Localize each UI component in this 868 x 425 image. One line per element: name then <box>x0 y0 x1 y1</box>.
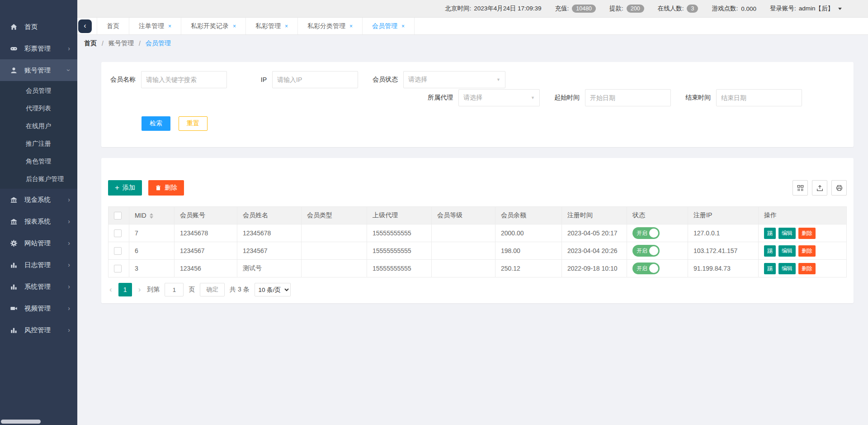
sort-icon[interactable] <box>150 213 153 219</box>
sidebar-subitem-member[interactable]: 会员管理 <box>0 82 77 100</box>
close-icon[interactable]: × <box>349 23 353 29</box>
cell-mid: 3 <box>129 260 175 277</box>
sidebar-subitem-promo-register[interactable]: 推广注册 <box>0 135 77 153</box>
row-action-kick[interactable]: 踢 <box>764 263 776 274</box>
sidebar-item-logs[interactable]: 日志管理› <box>0 254 77 276</box>
sidebar-item-video[interactable]: 视频管理› <box>0 297 77 319</box>
sidebar-subitem-backend-accounts[interactable]: 后台账户管理 <box>0 170 77 188</box>
row-action-edit[interactable]: 编辑 <box>778 245 796 257</box>
row-select-cell <box>108 224 129 242</box>
select-all-checkbox[interactable] <box>114 212 122 220</box>
current-page-button[interactable]: 1 <box>118 283 132 296</box>
sidebar-subitem-agent-list[interactable]: 代理列表 <box>0 100 77 117</box>
prev-page-button[interactable]: ‹ <box>108 285 113 294</box>
tab-label: 私彩开奖记录 <box>191 22 229 30</box>
row-action-kick[interactable]: 踢 <box>764 228 776 239</box>
sidebar-item-lottery[interactable]: 彩票管理› <box>0 38 77 59</box>
close-icon[interactable]: × <box>233 23 236 29</box>
field-agent: 所属代理请选择▼ <box>427 89 540 106</box>
row-action-edit[interactable]: 编辑 <box>778 263 796 274</box>
row-action-edit[interactable]: 编辑 <box>778 228 796 239</box>
col-type: 会员类型 <box>302 207 367 224</box>
user-icon <box>10 67 18 74</box>
delete-button[interactable]: 删除 <box>148 180 184 196</box>
sidebar-item-label: 账号管理 <box>24 66 68 75</box>
per-page-select[interactable]: 10 条/页 <box>255 283 291 296</box>
horizontal-scrollbar-thumb[interactable] <box>1 420 41 424</box>
tab-label: 首页 <box>107 22 119 30</box>
breadcrumb-item[interactable]: 账号管理 <box>108 39 134 48</box>
sidebar-item-system[interactable]: 系统管理› <box>0 276 77 297</box>
sidebar-item-home[interactable]: 首页 <box>0 16 77 38</box>
field-select-member-status[interactable]: 请选择▼ <box>403 71 505 88</box>
confirm-page-button[interactable]: 确定 <box>200 283 225 296</box>
tab-bar: ‹ 首页注单管理×私彩开奖记录×私彩管理×私彩分类管理×会员管理× <box>77 18 868 35</box>
sidebar-item-risk[interactable]: 风控管理› <box>0 319 77 341</box>
tab-lottery-manage[interactable]: 私彩管理× <box>246 18 298 34</box>
status-toggle[interactable]: 开启 <box>632 227 660 239</box>
row-action-delete[interactable]: 删除 <box>798 245 816 257</box>
cell-name: 12345678 <box>237 224 302 242</box>
cell-account: 12345678 <box>175 224 237 242</box>
goto-page-input[interactable] <box>165 283 184 296</box>
tab-orders[interactable]: 注单管理× <box>129 18 181 34</box>
time-label: 北京时间: <box>445 5 471 13</box>
close-icon[interactable]: × <box>285 23 288 29</box>
trash-icon <box>155 185 161 191</box>
row-action-kick[interactable]: 踢 <box>764 245 776 257</box>
chevron-right-icon: › <box>68 218 70 224</box>
reset-button[interactable]: 重置 <box>179 116 208 131</box>
row-action-delete[interactable]: 删除 <box>798 228 816 239</box>
chevron-down-icon: ▼ <box>496 77 500 82</box>
toggle-label: 开启 <box>637 229 647 237</box>
tab-lottery-category[interactable]: 私彩分类管理× <box>298 18 363 34</box>
table-tools <box>793 180 847 196</box>
add-button[interactable]: + 添加 <box>108 180 142 196</box>
field-input-start-time[interactable] <box>585 89 671 106</box>
cell-reg-ip: 103.172.41.157 <box>688 242 759 260</box>
col-reg-time: 注册时间 <box>562 207 627 224</box>
status-toggle[interactable]: 开启 <box>632 263 660 274</box>
sidebar-item-cash[interactable]: 现金系统› <box>0 189 77 210</box>
breadcrumb-item[interactable]: 会员管理 <box>146 39 171 48</box>
tab-label: 私彩管理 <box>255 22 281 30</box>
row-checkbox[interactable] <box>114 229 122 237</box>
row-select-cell <box>108 260 129 277</box>
tab-lottery-records[interactable]: 私彩开奖记录× <box>181 18 246 34</box>
close-icon[interactable]: × <box>401 23 405 29</box>
sidebar-collapse-button[interactable]: ‹ <box>78 19 92 33</box>
row-action-delete[interactable]: 删除 <box>798 263 816 274</box>
field-select-agent[interactable]: 请选择▼ <box>458 89 540 106</box>
chevron-left-icon: ‹ <box>84 22 86 29</box>
cell-status: 开启 <box>627 242 688 260</box>
beijing-time: 北京时间: 2023年4月24日 17:09:39 <box>445 5 541 13</box>
field-input-end-time[interactable] <box>716 89 802 106</box>
export-icon[interactable] <box>812 180 827 196</box>
col-name: 会员姓名 <box>237 207 302 224</box>
sidebar-subitem-role[interactable]: 角色管理 <box>0 153 77 170</box>
field-input-ip[interactable] <box>272 71 358 88</box>
sidebar-item-account[interactable]: 账号管理› <box>0 59 77 81</box>
row-checkbox[interactable] <box>114 265 122 272</box>
tab-member-manage[interactable]: 会员管理× <box>363 18 415 34</box>
topbar-stats: 充值:10480提款:200在线人数:3游戏点数:0.000 <box>555 5 756 13</box>
sidebar-item-report[interactable]: 报表系统› <box>0 210 77 232</box>
field-label: 所属代理 <box>427 94 453 102</box>
chevron-right-icon: › <box>68 283 70 290</box>
field-start-time: 起始时间 <box>553 89 671 106</box>
cell-balance: 198.00 <box>495 242 562 260</box>
sidebar-subitem-online-users[interactable]: 在线用户 <box>0 117 77 135</box>
next-page-button[interactable]: › <box>137 285 142 294</box>
print-icon[interactable] <box>831 180 847 196</box>
account-menu[interactable]: 登录账号: admin【后】 <box>770 5 842 13</box>
tab-home[interactable]: 首页 <box>97 18 129 34</box>
row-checkbox[interactable] <box>114 247 122 255</box>
field-input-member-name[interactable] <box>141 71 227 88</box>
sidebar-item-website[interactable]: 网站管理› <box>0 232 77 254</box>
search-button[interactable]: 检索 <box>142 116 170 131</box>
sidebar-item-label: 系统管理 <box>24 282 68 291</box>
close-icon[interactable]: × <box>168 23 171 29</box>
breadcrumb-item[interactable]: 首页 <box>84 39 97 48</box>
status-toggle[interactable]: 开启 <box>632 245 660 257</box>
columns-icon[interactable] <box>793 180 808 196</box>
